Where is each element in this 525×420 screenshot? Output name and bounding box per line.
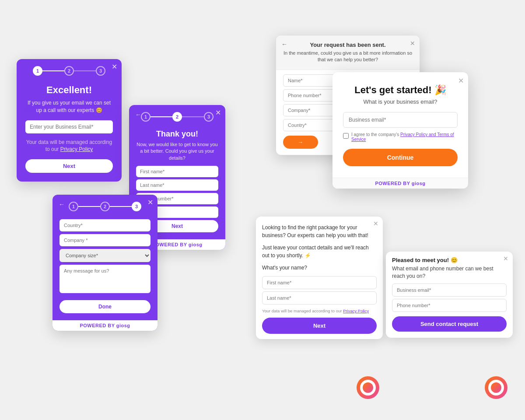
step-progress-thankyou: 1 2 3 — [129, 105, 225, 125]
privacy-checkbox-row: I agree to the company's Privacy Policy … — [343, 132, 458, 142]
chat-question: What's your name? — [262, 264, 377, 272]
company-input-step3[interactable] — [60, 234, 150, 246]
continue-button[interactable]: Continue — [343, 149, 458, 166]
next-button-email[interactable]: Next — [25, 159, 113, 173]
thankyou-title: Thank you! — [136, 130, 218, 139]
chat-greeting: Pleased to meet you! 😊 — [392, 257, 507, 263]
bubble-inner-left — [360, 380, 376, 396]
company-size-select[interactable]: Company size* 1-10 11-50 51-200 201-500 … — [60, 249, 150, 262]
getstarted-title: Let's get started! 🎉 — [343, 84, 458, 96]
bubble-icon-right — [491, 382, 501, 393]
privacy-text-email: Your data will be managed according to o… — [25, 139, 113, 154]
privacy-checkbox-label: I agree to the company's Privacy Policy … — [351, 132, 458, 142]
back-button-step3[interactable]: ← — [59, 201, 65, 208]
message-textarea[interactable] — [60, 265, 150, 293]
email-chat-right[interactable] — [392, 284, 507, 297]
chat-right-header: Pleased to meet you! 😊 What email and ph… — [386, 252, 513, 284]
business-email-input[interactable] — [25, 120, 113, 133]
request-sent-title: Your request has been sent. — [283, 42, 413, 48]
done-button[interactable]: Done — [60, 300, 150, 313]
close-button-request[interactable]: ✕ — [410, 40, 415, 47]
last-name-chat-left[interactable] — [262, 291, 377, 304]
step-2-circle: 2 — [64, 66, 74, 76]
first-name-input-thankyou[interactable] — [136, 166, 218, 177]
last-name-input-thankyou[interactable] — [136, 179, 218, 191]
close-button-getstarted[interactable]: ✕ — [458, 77, 464, 85]
close-button-step3[interactable]: ✕ — [147, 199, 153, 206]
email-form-body: Excellent! If you give us your email we … — [17, 79, 122, 182]
phone-chat-right[interactable] — [392, 299, 507, 312]
send-button-request[interactable]: → — [283, 136, 318, 149]
country-input-step3[interactable] — [60, 219, 150, 231]
privacy-link-chat-left[interactable]: Privacy Policy — [343, 308, 369, 313]
chat-right-question: What email and phone number can we best … — [392, 265, 507, 280]
getstarted-subtitle: What is your business email? — [343, 98, 458, 105]
widget-chat-right: ✕ Pleased to meet you! 😊 What email and … — [386, 252, 513, 338]
thankyou-step-1: 1 — [141, 112, 150, 122]
chat-message-2: Just leave your contact details and we'l… — [262, 244, 377, 259]
back-button-thankyou[interactable]: ← — [135, 111, 141, 118]
getstarted-email-input[interactable] — [343, 112, 458, 128]
step-progress-email: 1 2 3 — [17, 59, 122, 79]
thankyou-line-1-2 — [150, 116, 172, 117]
step3-form-body: Company size* 1-10 11-50 51-200 201-500 … — [52, 215, 158, 320]
email-form-title: Excellent! — [25, 84, 113, 96]
widget-step3-form: ← ✕ 1 2 3 Company size* 1-10 11-50 51-20… — [52, 195, 158, 331]
thankyou-step-3: 3 — [204, 112, 214, 122]
step3-circle-2: 2 — [100, 202, 110, 211]
send-contact-button[interactable]: Send contact request — [392, 316, 507, 332]
close-button-chat-right[interactable]: ✕ — [503, 255, 508, 262]
first-name-chat-left[interactable] — [262, 276, 377, 289]
step-progress-step3: 1 2 3 — [52, 195, 158, 215]
thankyou-line-2-3 — [182, 116, 204, 117]
close-button-chat-left[interactable]: ✕ — [373, 220, 378, 227]
close-button-email[interactable]: ✕ — [112, 63, 117, 70]
step-line-1-2 — [42, 70, 64, 71]
getstarted-body: Let's get started! 🎉 What is your busine… — [332, 72, 468, 178]
step3-circle-3: 3 — [132, 202, 141, 211]
step-line-2-3 — [74, 70, 96, 71]
giosg-bubble-right[interactable] — [485, 376, 508, 399]
back-button-request[interactable]: ← — [281, 41, 287, 48]
chat-message-1: Looking to find the right package for yo… — [262, 224, 377, 239]
step3-circle-1: 1 — [69, 202, 78, 211]
privacy-link-email[interactable]: Privacy Policy — [60, 146, 93, 152]
step3-line-1-2 — [78, 206, 100, 207]
powered-by-step3: POWERED BY giosg — [52, 320, 158, 331]
giosg-bubble-left[interactable] — [357, 376, 379, 399]
widget-get-started: ✕ Let's get started! 🎉 What is your busi… — [332, 72, 468, 189]
thankyou-step-2: 2 — [172, 112, 182, 122]
request-sent-header: Your request has been sent. In the meant… — [276, 35, 420, 70]
widget-chat-left: ✕ Looking to find the right package for … — [256, 217, 383, 339]
thankyou-subtitle: Now, we would like to get to know you a … — [136, 141, 218, 161]
chat-left-messages: Looking to find the right package for yo… — [256, 217, 383, 339]
step3-line-2-3 — [110, 206, 132, 207]
bubble-inner-right — [488, 380, 504, 396]
step-1-circle: 1 — [33, 66, 42, 76]
powered-by-getstarted: POWERED BY giosg — [332, 178, 468, 189]
step-3-circle: 3 — [96, 66, 105, 76]
close-button-thankyou[interactable]: ✕ — [215, 109, 221, 116]
next-button-chat-left[interactable]: Next — [262, 318, 377, 334]
email-form-subtitle: If you give us your email we can set up … — [25, 99, 113, 114]
chat-right-inputs: Send contact request — [386, 284, 513, 338]
privacy-chat-left: Your data will be managed according to o… — [262, 308, 377, 313]
request-sent-subtitle: In the meantime, could you give us a bit… — [283, 50, 413, 63]
widget-email-form: ✕ 1 2 3 Excellent! If you give us your e… — [17, 59, 122, 182]
privacy-checkbox[interactable] — [343, 133, 349, 139]
bubble-icon-left — [363, 382, 373, 393]
